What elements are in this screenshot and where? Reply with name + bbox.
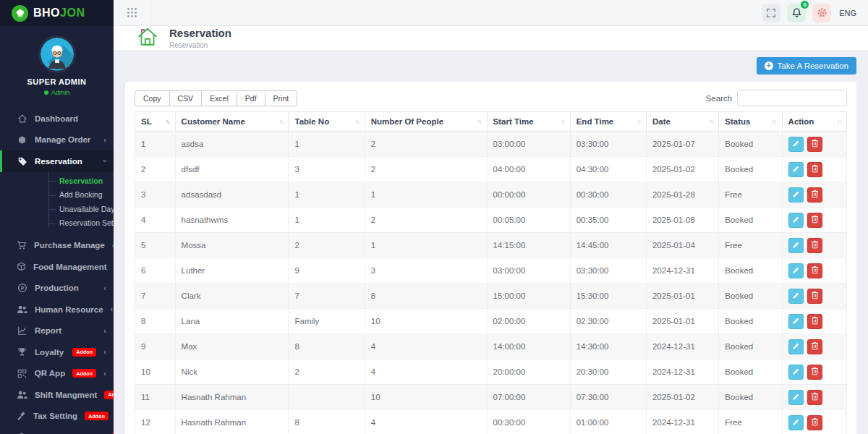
chevron-left-icon: ‹: [103, 327, 106, 335]
sidebar-subitem-reservation-setting[interactable]: Reservation Setting: [0, 216, 114, 231]
fullscreen-icon[interactable]: [762, 4, 780, 22]
sidebar-subitem-reservation[interactable]: Reservation: [0, 174, 114, 189]
sort-icon: ↑↓: [837, 117, 841, 125]
edit-button[interactable]: [788, 162, 804, 177]
cell-table-no: 1: [289, 208, 365, 233]
column-header-customer-name[interactable]: Customer Name↑↓: [175, 112, 289, 132]
column-header-sl[interactable]: SL↑↓: [135, 112, 176, 132]
home-icon: [17, 114, 27, 124]
edit-button[interactable]: [788, 314, 804, 329]
column-header-end-time[interactable]: End Time↑↓: [570, 112, 646, 132]
sidebar-item-report[interactable]: Report‹: [0, 320, 114, 342]
user-role: Admin: [0, 89, 114, 96]
cell-table-no: 8: [289, 334, 365, 359]
column-header-start-time[interactable]: Start Time↑↓: [487, 112, 570, 132]
delete-button[interactable]: [807, 238, 822, 253]
delete-button[interactable]: [807, 314, 822, 329]
sidebar-subitem-unavailable-day[interactable]: Unavailable Day: [0, 203, 114, 217]
pencil-icon: [792, 240, 800, 251]
cell-end-time: 02:30:00: [570, 309, 646, 334]
sidebar-item-reservation[interactable]: Reservation‹: [0, 150, 114, 172]
delete-button[interactable]: [807, 187, 822, 203]
language-selector[interactable]: ENG: [839, 9, 856, 17]
edit-button[interactable]: [788, 415, 804, 430]
cell-sl: 4: [135, 208, 176, 233]
edit-button[interactable]: [788, 390, 804, 405]
edit-button[interactable]: [788, 213, 804, 228]
topbar: 0 ENG: [114, 0, 868, 26]
delete-button[interactable]: [807, 263, 822, 278]
delete-button[interactable]: [807, 162, 822, 177]
sidebar-item-production[interactable]: PProduction‹: [0, 278, 114, 299]
table-row: 3adsasdasd1100:00:0000:30:002025-01-28Fr…: [135, 182, 847, 208]
cell-end-time: 14:30:00: [570, 334, 646, 359]
chevron-left-icon: ‹: [111, 305, 114, 313]
take-reservation-button[interactable]: + Take A Reservation: [757, 57, 856, 75]
delete-button[interactable]: [807, 213, 822, 228]
cell-sl: 10: [135, 359, 176, 385]
edit-button[interactable]: [788, 263, 804, 278]
sidebar-item-manage-order[interactable]: Manage Order‹: [0, 129, 114, 151]
column-header-date[interactable]: Date↑↓: [646, 112, 718, 132]
sidebar-subitem-add-booking[interactable]: Add Booking: [0, 188, 114, 203]
plus-circle-icon: +: [765, 61, 773, 70]
apps-grid-icon[interactable]: [114, 0, 151, 26]
table-row: 6Luther9303:00:0003:30:002024-12-31Booke…: [135, 258, 847, 284]
sort-icon: ↑↓: [637, 117, 640, 125]
export-pdf-button[interactable]: Pdf: [237, 90, 265, 106]
table-row: 12Hasnath Rahman8400:30:0001:00:002024-1…: [135, 410, 847, 434]
chevron-left-icon: ‹: [103, 370, 106, 378]
sidebar-item-dashboard[interactable]: Dashboard: [0, 108, 114, 129]
brand-logo[interactable]: BHOJON: [0, 0, 114, 26]
edit-button[interactable]: [788, 187, 804, 203]
chef-hat-logo-icon: [12, 5, 28, 22]
export-csv-button[interactable]: CSV: [169, 90, 203, 106]
sidebar-item-human-resource[interactable]: Human Resource‹: [0, 299, 114, 320]
sidebar-item-purchase-manage[interactable]: Purchase Manage‹: [0, 235, 114, 257]
notifications-bell-icon[interactable]: 0: [787, 4, 806, 22]
sidebar-item-qr-app[interactable]: QR AppAddon‹: [0, 363, 114, 385]
delete-button[interactable]: [807, 289, 822, 304]
sidebar-item-food-management[interactable]: Food Management‹: [0, 256, 114, 278]
export-copy-button[interactable]: Copy: [135, 90, 170, 106]
edit-button[interactable]: [788, 289, 804, 304]
edit-button[interactable]: [788, 238, 804, 253]
cell-customer-name: asdsa: [175, 132, 289, 157]
edit-button[interactable]: [788, 339, 804, 354]
cell-people: 4: [365, 410, 487, 434]
cell-table-no: 2: [289, 233, 365, 258]
edit-button[interactable]: [788, 137, 804, 152]
export-print-button[interactable]: Print: [265, 90, 298, 106]
table-row: 2dfsdf3204:00:0004:30:002025-01-02Booked: [135, 157, 847, 182]
addon-badge: Addon: [72, 369, 96, 378]
column-header-table-no[interactable]: Table No↑↓: [289, 112, 365, 132]
delete-button[interactable]: [807, 365, 822, 380]
sidebar-item-shift-mangment[interactable]: Shift MangmentAddon‹: [0, 384, 114, 406]
settings-gear-icon[interactable]: [812, 4, 831, 22]
cell-start-time: 03:00:00: [487, 258, 570, 284]
sidebar-item-loyalty[interactable]: LoyaltyAddon‹: [0, 341, 114, 363]
sidebar-item-tax-setting[interactable]: Tax SettingAddon‹: [0, 406, 114, 427]
table-row: 8LanaFamily1002:00:0002:30:002025-01-01B…: [135, 309, 847, 334]
delete-button[interactable]: [807, 339, 822, 354]
sidebar-item-whatsapp-setting[interactable]: Whatsapp SettingAddon‹: [0, 427, 114, 434]
column-header-status[interactable]: Status↑↓: [719, 112, 782, 132]
cell-date: 2025-01-02: [646, 385, 718, 410]
delete-button[interactable]: [807, 390, 822, 405]
delete-button[interactable]: [807, 137, 822, 152]
column-header-action[interactable]: Action↑↓: [782, 112, 846, 132]
pencil-icon: [792, 392, 800, 403]
cell-start-time: 00:00:00: [487, 182, 570, 208]
search-input[interactable]: [737, 90, 847, 106]
addon-badge: Addon: [72, 348, 96, 357]
edit-button[interactable]: [788, 365, 804, 380]
production-icon: P: [17, 283, 27, 293]
trash-icon: [811, 215, 819, 226]
cell-action: [782, 208, 846, 233]
column-header-number-of-people[interactable]: Number Of People↑↓: [365, 112, 487, 132]
delete-button[interactable]: [807, 415, 822, 430]
export-excel-button[interactable]: Excel: [201, 90, 237, 106]
sort-icon: ↑↓: [773, 117, 776, 125]
cell-status: Free: [719, 410, 782, 434]
qr-icon: [17, 369, 27, 378]
